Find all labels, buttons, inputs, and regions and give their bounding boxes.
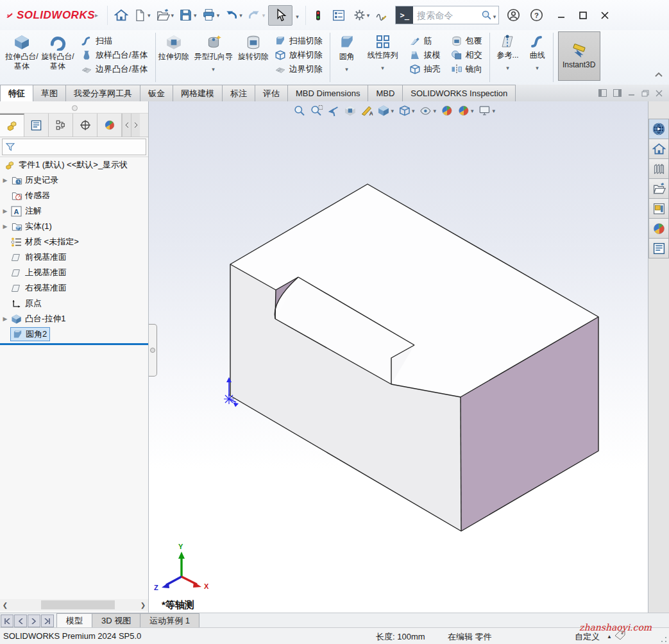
search-dropdown[interactable] [493,10,496,21]
custom-units-selector[interactable]: 自定义 [575,631,600,643]
zoom-fit-icon[interactable] [293,105,305,117]
account-button[interactable] [505,6,522,25]
command-search-box[interactable]: >_ [395,6,499,24]
instant3d-button[interactable]: Instant3D [558,31,600,81]
property-manager-tab[interactable] [24,114,49,137]
3d-views-tab[interactable]: 3D 视图 [92,613,140,628]
mirror-button[interactable]: 镜向 [451,64,482,75]
tab-markup[interactable]: 标注 [222,85,255,101]
view-palette-button[interactable] [648,198,669,219]
tab-share-tools[interactable]: 我爱分享网工具 [65,85,140,101]
tab-scroll-last-button[interactable] [41,614,54,627]
tree-item-sensors[interactable]: 传感器 [0,188,148,203]
fillet-button[interactable]: 圆角 [332,30,362,85]
doc-minimize-icon[interactable] [628,90,635,96]
view-settings-icon[interactable] [478,105,496,117]
tree-item-material[interactable]: 材质 <未指定> [0,234,148,250]
hide-show-items-icon[interactable] [419,105,436,117]
extrude-boss-button[interactable]: 拉伸凸台/基体 [4,30,40,85]
tree-item-fillet2[interactable]: 圆角2 [0,326,148,342]
intersect-button[interactable]: 相交 [451,49,482,61]
shell-button[interactable]: 抽壳 [409,64,441,75]
rollback-bar[interactable] [0,343,148,345]
edit-appearance-icon[interactable] [441,105,453,117]
tab-sketch[interactable]: 草图 [33,85,66,101]
window-minimize-button[interactable] [550,6,572,25]
open-button[interactable] [154,6,176,25]
curves-dropdown[interactable] [536,63,539,73]
custom-properties-button[interactable] [648,238,669,258]
dimxpert-manager-tab[interactable] [73,114,97,137]
sweep-button[interactable]: 扫描 [81,35,148,47]
tree-item-history[interactable]: ▶ 历史记录 [0,173,148,188]
revolve-cut-button[interactable]: 旋转切除 [237,30,269,85]
tab-scroll-next-button[interactable] [28,614,40,627]
help-button[interactable] [528,6,545,25]
revolve-boss-button[interactable]: 旋转凸台/基体 [40,30,76,85]
search-input[interactable] [413,10,480,21]
display-style-icon[interactable] [398,105,415,117]
expand-arrow-icon[interactable]: ▶ [0,177,10,183]
menu-expand-arrow[interactable]: ▸ [95,12,98,19]
window-maximize-button[interactable] [572,6,594,25]
apply-scene-icon[interactable] [457,105,474,117]
select-tool-dropdown[interactable] [296,10,299,21]
configuration-manager-tab[interactable] [49,114,73,137]
draft-button[interactable]: 拔模 [409,49,441,61]
tree-item-annotations[interactable]: ▶ A 注解 [0,203,148,219]
tree-item-top-plane[interactable]: 上视基准面 [0,265,148,280]
hole-wizard-dropdown[interactable] [212,64,215,74]
tree-item-boss-extrude1[interactable]: ▶ 凸台-拉伸1 [0,311,148,326]
panel-tabs-scroll-right[interactable] [131,114,140,137]
section-view-icon[interactable] [344,105,356,117]
tree-filter-input[interactable] [2,139,146,155]
doc-close-icon[interactable] [656,90,663,97]
reference-geometry-dropdown[interactable] [506,63,509,73]
zoom-area-icon[interactable] [310,105,323,117]
display-manager-tab[interactable] [97,114,122,137]
reference-geometry-button[interactable]: 参考... [492,30,524,85]
expand-arrow-icon[interactable]: ▶ [0,316,10,322]
appearances-button[interactable] [648,218,669,239]
linear-pattern-button[interactable]: 线性阵列 [362,30,404,85]
tab-evaluate[interactable]: 评估 [255,85,288,101]
home-button[interactable] [112,6,130,25]
pane-right-icon[interactable] [613,89,622,97]
undo-button[interactable] [223,6,244,25]
doc-restore-icon[interactable] [641,90,649,97]
task-list-icon[interactable] [330,6,347,25]
tab-scroll-prev-button[interactable] [14,614,27,627]
file-explorer-button[interactable] [648,178,669,199]
tab-inspection[interactable]: SOLIDWORKS Inspection [402,85,516,101]
panel-top-splitter[interactable] [0,101,148,114]
design-library-button[interactable] [648,158,669,179]
feature-manager-tab[interactable] [0,114,24,137]
boundary-button[interactable]: 边界凸台/基体 [81,64,148,75]
units-dropdown-arrow[interactable]: ▲ [607,634,612,640]
curves-button[interactable]: 曲线 [524,30,551,85]
loft-button[interactable]: 放样凸台/基体 [81,49,148,61]
new-document-button[interactable] [131,6,153,25]
loft-cut-button[interactable]: 放样切除 [275,49,323,61]
tab-mesh-modeling[interactable]: 网格建模 [173,85,223,101]
annotation-views-icon[interactable]: A [360,105,373,117]
selected-tree-item[interactable]: 圆角2 [10,327,50,341]
view-orientation-icon[interactable] [377,105,394,117]
tab-sheet-metal[interactable]: 钣金 [140,85,173,101]
3dexperience-button[interactable] [648,119,669,139]
tab-mbd-dimensions[interactable]: MBD Dimensions [287,85,368,101]
window-close-button[interactable] [594,6,616,25]
boundary-cut-button[interactable]: 边界切除 [275,64,323,75]
panel-tabs-scroll-left[interactable] [122,114,131,137]
sweep-cut-button[interactable]: 扫描切除 [275,35,323,47]
extrude-cut-button[interactable]: 拉伸切除 [158,30,190,85]
select-tool-button[interactable] [268,5,292,26]
tree-item-origin[interactable]: 原点 [0,296,148,311]
options-gear-button[interactable] [351,6,372,25]
ribbon-collapse-chevron[interactable] [655,72,663,77]
scroll-left-arrow[interactable]: ❮ [0,602,10,609]
motion-study-tab[interactable]: 运动算例 1 [140,613,199,628]
pane-left-icon[interactable] [598,89,607,97]
markup-pen-icon[interactable] [373,6,389,25]
panel-splitter-handle[interactable] [149,324,157,377]
